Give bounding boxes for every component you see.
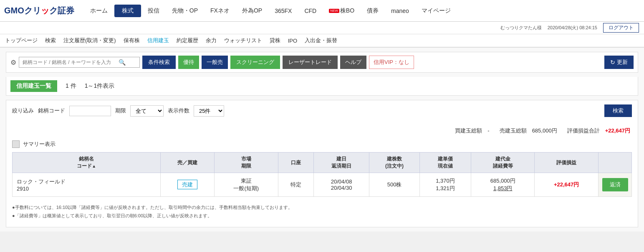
- nav-fxneo[interactable]: FXネオ: [205, 5, 235, 17]
- subnav-lending[interactable]: 貸株: [270, 37, 280, 44]
- filter-period-label: 期限: [115, 107, 126, 115]
- nav-toushin[interactable]: 投信: [142, 5, 165, 17]
- nav-cfd[interactable]: CFD: [298, 5, 322, 17]
- subnav-balance[interactable]: 余力: [206, 37, 217, 44]
- subnav-ipo[interactable]: IPO: [288, 38, 297, 44]
- subnav-holdings[interactable]: 保有株: [124, 37, 140, 44]
- refresh-button[interactable]: ↻ 更新: [604, 56, 634, 69]
- buy-total-label: 買建玉総額 -: [455, 127, 489, 135]
- pnl-value: +22,647円: [554, 181, 579, 188]
- repay-date: 20/04/30: [317, 185, 366, 191]
- sell-total-label: 売建玉総額 685,000円: [500, 127, 557, 135]
- col-header-name: 銘柄名コード▲: [77, 156, 96, 169]
- nav-gaime[interactable]: 外為OP: [236, 5, 268, 17]
- page-title-bar: 信用建玉一覧 1 件 1～1件表示: [6, 77, 638, 96]
- filter-narrow-label: 絞り込み: [12, 107, 34, 115]
- col-header-action: [599, 153, 632, 173]
- top-nav: ホーム 株式 投信 先物・OP FXネオ 外為OP 365FX CFD NEW …: [84, 5, 640, 17]
- subnav-toppage[interactable]: トップページ: [5, 37, 38, 44]
- vip-button[interactable]: 信用VIP：なし: [369, 56, 414, 69]
- filter-search-button[interactable]: 検索: [604, 104, 632, 117]
- nav-bonds[interactable]: 債券: [361, 5, 384, 17]
- nav-maneo[interactable]: maneo: [385, 5, 415, 17]
- filter-code-input[interactable]: [69, 106, 111, 116]
- build-price: 1,370円: [423, 177, 467, 185]
- expenses: 1,853円: [475, 185, 531, 192]
- col-header-shares: 建株数(注文中): [369, 153, 419, 173]
- col-header-pnl: 評価損益: [535, 153, 599, 173]
- col-header-market: 市場期限: [214, 153, 278, 173]
- market: 東証: [218, 177, 275, 185]
- subnav-order-history[interactable]: 注文履歴(取消・変更): [63, 37, 116, 44]
- screening-button[interactable]: スクリーニング: [230, 56, 280, 69]
- subnav-margin[interactable]: 信用建玉: [147, 37, 169, 44]
- sell-buy-badge[interactable]: 売建: [177, 180, 197, 189]
- current-price: 1,321円: [423, 185, 467, 192]
- col-header-account: 口座: [278, 153, 313, 173]
- refresh-icon: ↻: [610, 59, 615, 66]
- datetime: 2020/04/28(火) 08:24:15: [548, 25, 597, 31]
- subnav-search[interactable]: 検索: [45, 37, 56, 44]
- record-range: 1～1件表示: [85, 82, 115, 90]
- nav-home[interactable]: ホーム: [84, 5, 114, 17]
- logout-button[interactable]: ログアウト: [603, 23, 639, 33]
- logo: GMO クリック証券: [4, 5, 74, 16]
- build-date: 20/04/08: [317, 178, 366, 185]
- return-button[interactable]: 返済: [602, 178, 628, 191]
- summary-toggle-label: サマリー表示: [23, 140, 56, 148]
- notes-section: ●手数料については、16:10以降「諸経費等」に値が反映されます。ただし、取引時…: [12, 201, 632, 223]
- note-1: ●手数料については、16:10以降「諸経費等」に値が反映されます。ただし、取引時…: [12, 204, 632, 212]
- record-count: 1 件: [66, 82, 76, 90]
- username: むっつりクマたん様: [500, 25, 542, 31]
- user-bar: むっつりクマたん様 2020/04/28(火) 08:24:15 ログアウト: [0, 22, 644, 34]
- laser-trade-button[interactable]: レーザートレード: [283, 56, 338, 69]
- gear-icon[interactable]: ⚙: [10, 59, 16, 66]
- nav-stockbo[interactable]: NEW 株BO: [323, 5, 360, 17]
- col-header-dates: 建日返済期日: [313, 153, 369, 173]
- search-icon: 🔍: [119, 59, 126, 66]
- filter-display-select[interactable]: 25件 50件 100件: [194, 105, 224, 117]
- nav-futures[interactable]: 先物・OP: [166, 5, 204, 17]
- period: 一般(短期): [218, 185, 275, 192]
- condition-search-button[interactable]: 条件検索: [142, 56, 176, 69]
- col-header-price: 建単価現在値: [419, 153, 471, 173]
- subnav-executed[interactable]: 約定履歴: [177, 37, 198, 44]
- nav-mypage[interactable]: マイページ: [416, 5, 457, 17]
- summary-checkbox[interactable]: [12, 140, 20, 148]
- table-row: ロック・フィールド 2910 売建 東証 一般(短期) 特定 20/04/08: [13, 173, 632, 197]
- nav-365fx[interactable]: 365FX: [269, 5, 298, 17]
- subnav-watchlist[interactable]: ウォッチリスト: [224, 37, 262, 44]
- data-table: 銘柄名コード▲ 売／買建 市場期限 口座 建日返済期日 建株数(注文中) 建単価…: [12, 152, 632, 197]
- pnl-total-label: 評価損益合計 +22,647円: [567, 127, 630, 135]
- filter-display-label: 表示件数: [168, 107, 189, 115]
- note-2: ●「諸経費等」は概算値として表示しており、取引翌日の朝6:00以降、正しい値が反…: [12, 212, 632, 220]
- toolbar: ⚙ 🔍 条件検索 優待 一般売 スクリーニング レーザートレード ヘルプ 信用V…: [6, 52, 638, 73]
- search-box[interactable]: 🔍: [19, 57, 140, 68]
- build-amount: 685,000円: [475, 177, 531, 185]
- search-input[interactable]: [23, 59, 119, 65]
- nav-stocks[interactable]: 株式: [114, 5, 141, 17]
- summary-toggle-row: サマリー表示: [12, 140, 632, 148]
- filter-bar: 絞り込み 銘柄コード 期限 全て 一般 制度 表示件数 25件 50件 100件…: [12, 104, 632, 120]
- page-title-badge: 信用建玉一覧: [10, 80, 57, 92]
- stock-code: 2910: [17, 186, 156, 192]
- general-sell-button[interactable]: 一般売: [202, 56, 228, 69]
- subnav-deposit[interactable]: 入出金・振替: [305, 37, 337, 44]
- help-button[interactable]: ヘルプ: [340, 56, 366, 69]
- filter-period-select[interactable]: 全て 一般 制度: [130, 105, 164, 117]
- col-header-amount: 建代金諸経費等: [471, 153, 535, 173]
- shares: 500株: [373, 181, 416, 188]
- preferential-button[interactable]: 優待: [178, 56, 199, 69]
- sub-nav: トップページ 検索 注文履歴(取消・変更) 保有株 信用建玉 約定履歴 余力 ウ…: [0, 34, 644, 48]
- summary-totals: 買建玉総額 - 売建玉総額 685,000円 評価損益合計 +22,647円: [12, 125, 632, 137]
- filter-code-label: 銘柄コード: [38, 107, 65, 115]
- stock-name: ロック・フィールド: [17, 178, 156, 186]
- account: 特定: [290, 181, 301, 188]
- col-header-sell-buy: 売／買建: [161, 153, 214, 173]
